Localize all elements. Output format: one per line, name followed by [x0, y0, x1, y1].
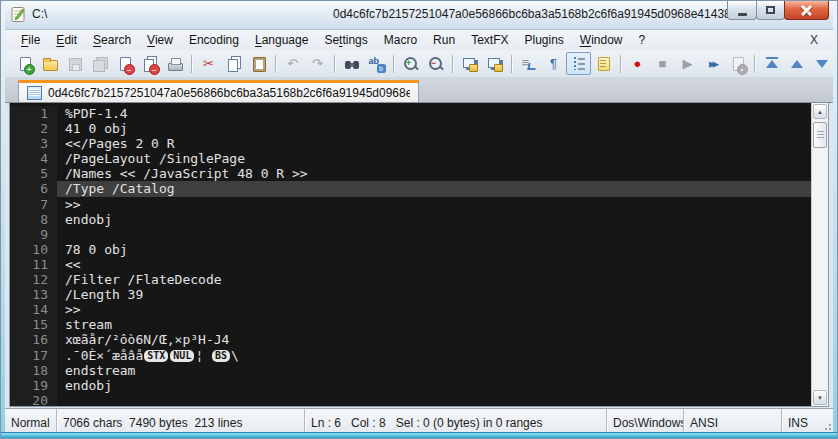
zoom-out-button[interactable]: −: [423, 52, 448, 75]
line-content: stream: [57, 317, 811, 332]
menu-item-[interactable]: ?: [631, 31, 654, 49]
line-number: 14: [10, 302, 57, 317]
save-all-button[interactable]: [87, 52, 112, 75]
redo-button[interactable]: ↷: [305, 52, 330, 75]
editor-line[interactable]: 17.¯0È×´æåâåSTXNUL¦ BS\: [10, 348, 811, 363]
vertical-scrollbar[interactable]: ▲ ▼: [811, 103, 828, 406]
restore-icon: [766, 6, 775, 14]
editor-line[interactable]: 20: [10, 393, 811, 406]
toolbar-separator: [452, 55, 453, 73]
window-title: 0d4c6fc7b2157251047a0e56866bc6ba3a5168b2…: [333, 7, 733, 21]
menu-item-file[interactable]: File: [13, 31, 48, 49]
line-number: 4: [10, 151, 57, 166]
fold-down-button[interactable]: [809, 52, 834, 75]
menu-item-search[interactable]: Search: [85, 31, 139, 49]
copy-button[interactable]: [221, 52, 246, 75]
editor-line[interactable]: 4/PageLayout /SinglePage: [10, 151, 811, 166]
menu-item-view[interactable]: View: [139, 31, 181, 49]
replace-icon: [368, 55, 386, 73]
editor-line[interactable]: 15stream: [10, 317, 811, 332]
toolbar-separator: [754, 55, 755, 73]
sync-horizontal-scroll-button[interactable]: [482, 52, 507, 75]
scrollbar-thumb[interactable]: [813, 122, 827, 148]
menu-item-textfx[interactable]: TextFX: [463, 31, 516, 49]
paste-button[interactable]: [246, 52, 271, 75]
editor-line[interactable]: 13/Length 39: [10, 287, 811, 302]
scroll-down-arrow[interactable]: ▼: [813, 390, 827, 405]
show-indent-guide-button[interactable]: [566, 52, 591, 75]
print-button[interactable]: [162, 52, 187, 75]
show-indent-guide-icon: [570, 55, 588, 73]
word-wrap-button[interactable]: [516, 52, 541, 75]
menu-item-window[interactable]: Window: [572, 31, 631, 49]
editor-line[interactable]: 9: [10, 227, 811, 242]
replace-button[interactable]: [364, 52, 389, 75]
editor-line[interactable]: 19endobj: [10, 378, 811, 393]
line-number: 8: [10, 212, 57, 227]
line-number: 2: [10, 121, 57, 136]
minimize-button[interactable]: [727, 1, 757, 20]
macro-record-button[interactable]: ●: [625, 52, 650, 75]
fold-collapse-top-button[interactable]: [759, 52, 784, 75]
editor-line[interactable]: 5/Names << /JavaScript 48 0 R >>: [10, 166, 811, 181]
editor-line[interactable]: 18endstream: [10, 363, 811, 378]
editor-line[interactable]: 241 0 obj: [10, 121, 811, 136]
user-define-dialog-button[interactable]: [591, 52, 616, 75]
menu-item-settings[interactable]: Settings: [316, 31, 375, 49]
close-button[interactable]: [784, 1, 829, 20]
editor-line[interactable]: 16xœãår/²ôò6N/Œ,×p³H-J4: [10, 332, 811, 347]
window-frame-bottom: [1, 432, 837, 438]
show-all-characters-button[interactable]: ¶: [541, 52, 566, 75]
macro-save-button[interactable]: •: [725, 52, 750, 75]
sync-vertical-scroll-button[interactable]: [457, 52, 482, 75]
macro-play-button[interactable]: ▶: [675, 52, 700, 75]
undo-button[interactable]: ↶: [280, 52, 305, 75]
editor-line[interactable]: 11<<: [10, 257, 811, 272]
cut-button[interactable]: ✂: [196, 52, 221, 75]
menu-item-macro[interactable]: Macro: [376, 31, 425, 49]
editor[interactable]: 1%PDF-1.4241 0 obj3<</Pages 2 0 R4/PageL…: [9, 102, 829, 407]
macro-run-multiple-button[interactable]: ▸▸: [700, 52, 725, 75]
editor-line[interactable]: 12/Filter /FlateDecode: [10, 272, 811, 287]
document-tab[interactable]: 0d4c6fc7b2157251047a0e56866bc6ba3a5168b2…: [18, 80, 419, 102]
editor-line[interactable]: 8endobj: [10, 212, 811, 227]
restore-button[interactable]: [756, 1, 785, 20]
new-file-button[interactable]: +: [12, 52, 37, 75]
line-number: 9: [10, 227, 57, 242]
macro-stop-button[interactable]: ■: [650, 52, 675, 75]
editor-line[interactable]: 1078 0 obj: [10, 242, 811, 257]
tab-label: 0d4c6fc7b2157251047a0e56866bc6ba3a5168b2…: [48, 86, 410, 100]
title-bar[interactable]: C:\ 0d4c6fc7b2157251047a0e56866bc6ba3a51…: [2, 1, 836, 30]
badge-icon: –: [149, 64, 160, 75]
find-icon: [343, 55, 361, 73]
minimize-icon: [738, 13, 747, 16]
editor-line[interactable]: 7>>: [10, 197, 811, 212]
close-all-button[interactable]: –: [137, 52, 162, 75]
control-char-badge: BS: [212, 350, 230, 362]
menu-item-language[interactable]: Language: [247, 31, 316, 49]
editor-line[interactable]: 3<</Pages 2 0 R: [10, 136, 811, 151]
notepadpp-icon: [10, 6, 27, 23]
copy-icon: [225, 55, 243, 73]
editor-line[interactable]: 1%PDF-1.4: [10, 106, 811, 121]
editor-line[interactable]: 14>>: [10, 302, 811, 317]
line-number: 17: [10, 348, 57, 363]
menu-item-encoding[interactable]: Encoding: [181, 31, 247, 49]
zoom-in-button[interactable]: +: [398, 52, 423, 75]
fold-up-button[interactable]: [784, 52, 809, 75]
fold-down-icon: [813, 55, 831, 73]
close-file-button[interactable]: –: [112, 52, 137, 75]
scroll-up-arrow[interactable]: ▲: [813, 104, 827, 119]
editor-line[interactable]: 6/Type /Catalog: [10, 181, 811, 196]
editor-text-area[interactable]: 1%PDF-1.4241 0 obj3<</Pages 2 0 R4/PageL…: [10, 103, 811, 406]
open-file-icon: [41, 55, 59, 73]
save-button[interactable]: [62, 52, 87, 75]
open-file-button[interactable]: [37, 52, 62, 75]
menu-item-edit[interactable]: Edit: [48, 31, 85, 49]
find-button[interactable]: [339, 52, 364, 75]
menu-close-document-button[interactable]: X: [805, 31, 823, 49]
line-number: 20: [10, 393, 57, 406]
fold-up-icon: [788, 55, 806, 73]
menu-item-run[interactable]: Run: [425, 31, 463, 49]
menu-item-plugins[interactable]: Plugins: [516, 31, 571, 49]
